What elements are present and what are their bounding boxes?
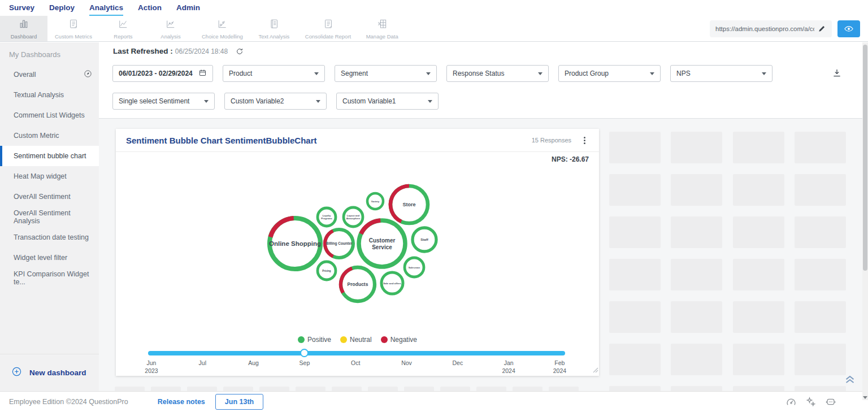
download-icon[interactable] xyxy=(832,68,842,80)
timeline-slider[interactable] xyxy=(148,351,565,355)
sparkles-icon[interactable] xyxy=(805,396,817,407)
widget-placeholder xyxy=(609,259,661,290)
responses-count[interactable]: 15 Responses xyxy=(532,137,571,144)
widget-placeholder xyxy=(549,387,579,391)
bubble-staff[interactable]: Staff xyxy=(413,228,436,251)
legend-dot-negative xyxy=(381,336,388,343)
bubble-label: LoyaltyPrograms xyxy=(321,214,332,220)
widget-placeholder xyxy=(671,259,722,290)
bubble-variety[interactable]: Variety xyxy=(367,193,383,209)
legend-item-neutral[interactable]: Neutral xyxy=(340,336,372,344)
widget-placeholder xyxy=(795,386,846,391)
filter-dropdown-response-status[interactable]: Response Status xyxy=(446,65,549,82)
date-range-filter[interactable]: 06/01/2023 - 02/29/2024 xyxy=(112,65,213,82)
nav-item-survey[interactable]: Survey xyxy=(9,0,34,16)
widget-placeholder xyxy=(476,387,506,391)
kebab-menu-icon[interactable] xyxy=(580,136,589,145)
sidebar-item-widget-level-filter[interactable]: Widget level filter xyxy=(0,248,99,268)
toolbar-item-manage-data[interactable]: Manage Data xyxy=(358,16,406,41)
nav-item-action[interactable]: Action xyxy=(138,0,162,16)
pencil-icon[interactable] xyxy=(818,24,826,33)
sidebar-item-transaction-date-testing[interactable]: Transaction date testing xyxy=(0,227,99,248)
widget-placeholder xyxy=(795,174,846,206)
bubble-pricing[interactable]: Pricing xyxy=(318,262,336,280)
sidebar-item-overall-sentiment[interactable]: OverAll Sentiment xyxy=(0,187,99,207)
sidebar-item-kpi-comparison-widget-te[interactable]: KPI Comparison Widget te... xyxy=(0,268,99,288)
caret-down-icon xyxy=(650,72,654,75)
filter-dropdown-custom-variable2[interactable]: Custom Variable2 xyxy=(224,93,327,110)
toolbar-item-analysis[interactable]: Analysis xyxy=(147,16,194,41)
bubble-layout-and-atmosphere[interactable]: Layout andAtmosphere xyxy=(344,207,363,227)
chatbot-icon[interactable] xyxy=(825,396,836,407)
toolbar-item-reports[interactable]: Reports xyxy=(99,16,147,41)
release-date-button[interactable]: Jun 13th xyxy=(215,394,263,410)
bubble-label: Layout andAtmosphere xyxy=(346,214,361,220)
bubble-online-shopping[interactable]: Online Shopping xyxy=(264,212,326,275)
nav-item-deploy[interactable]: Deploy xyxy=(49,0,75,16)
nav-item-analytics[interactable]: Analytics xyxy=(89,0,123,16)
nav-item-admin[interactable]: Admin xyxy=(176,0,200,16)
legend-item-positive[interactable]: Positive xyxy=(298,336,331,344)
globe-icon[interactable] xyxy=(84,70,92,80)
new-dashboard-button[interactable]: New dashboard xyxy=(0,354,99,391)
chart-legend: PositiveNeutralNegative xyxy=(116,336,599,344)
bubble-products[interactable]: Products xyxy=(335,261,381,307)
sidebar-item-custom-metric[interactable]: Custom Metric xyxy=(0,125,99,146)
sidebar-title: My Dashboards xyxy=(0,42,99,64)
widget-header: Sentiment Bubble Chart SentimentBubbleCh… xyxy=(116,129,599,152)
bubble-salesman[interactable]: Salesman xyxy=(405,258,424,277)
filter-dropdown-segment[interactable]: Segment xyxy=(335,65,437,82)
bubble-label: Salesman xyxy=(409,266,420,269)
toolbar-item-custom-metrics[interactable]: Custom Metrics xyxy=(47,16,99,41)
legend-dot-neutral xyxy=(340,336,347,343)
sidebar-item-textual-analysis[interactable]: Textual Analysis xyxy=(0,85,99,105)
sidebar-item-overall[interactable]: Overall xyxy=(0,64,99,85)
filter-dropdown-nps[interactable]: NPS xyxy=(670,65,772,82)
sidebar-item-comment-list-widgets[interactable]: Comment List Widgets xyxy=(0,105,99,125)
preview-button[interactable] xyxy=(837,20,860,37)
widget-placeholder xyxy=(609,174,661,206)
timeline-slider-handle[interactable] xyxy=(300,349,309,357)
widget-placeholder xyxy=(733,132,784,163)
date-range-value: 06/01/2023 - 02/29/2024 xyxy=(119,70,193,77)
widget-placeholder xyxy=(795,344,846,375)
caret-down-icon xyxy=(204,100,209,103)
gauge-icon[interactable] xyxy=(785,396,797,407)
sidebar-item-heat-map-widget[interactable]: Heat Map widget xyxy=(0,166,99,187)
release-notes-link[interactable]: Release notes xyxy=(158,398,205,406)
double-chevron-up-icon[interactable] xyxy=(844,374,856,388)
filter-dropdown-custom-variable1[interactable]: Custom Variable1 xyxy=(336,93,439,110)
vertical-scrollbar[interactable] xyxy=(862,42,868,400)
legend-dot-positive xyxy=(298,336,305,343)
toolbar-item-consolidate-report[interactable]: Consolidate Report xyxy=(298,16,358,41)
widget-placeholder xyxy=(671,132,722,163)
filter-dropdown-product[interactable]: Product xyxy=(223,65,325,82)
widget-resize-handle[interactable] xyxy=(593,365,598,375)
widget-placeholder xyxy=(733,344,784,375)
scrollbar-thumb[interactable] xyxy=(863,45,867,271)
bubble-billing-counter[interactable]: Billing Counter xyxy=(320,225,358,262)
axis-label-nov: Nov xyxy=(393,359,420,367)
legend-item-negative[interactable]: Negative xyxy=(381,336,417,344)
widget-placeholder xyxy=(733,301,784,333)
bubble-loyalty-programs[interactable]: LoyaltyPrograms xyxy=(318,208,336,226)
line-chart-icon xyxy=(118,18,129,32)
scrollbar-down-arrow[interactable] xyxy=(863,396,867,399)
toolbar-item-choice-modelling[interactable]: Choice Modelling xyxy=(194,16,250,41)
toolbar-item-text-analysis[interactable]: Text Analysis xyxy=(250,16,298,41)
sentiment-bubble-chart-widget: Sentiment Bubble Chart SentimentBubbleCh… xyxy=(116,129,599,376)
widget-placeholder xyxy=(223,387,253,391)
dashboard-url-field[interactable]: https://admin.questionpro.com/a/co xyxy=(710,20,832,37)
sidebar-item-sentiment-bubble-chart[interactable]: Sentiment bubble chart xyxy=(0,146,99,166)
filter-dropdown-single-select-sentiment[interactable]: Single select Sentiment xyxy=(112,93,215,110)
bubble-sale-and-offers[interactable]: Sale and offers xyxy=(381,272,403,294)
widget-placeholder xyxy=(115,387,145,391)
axis-label-sep: Sep xyxy=(291,359,318,367)
dashboard-url-text: https://admin.questionpro.com/a/co xyxy=(715,25,814,32)
filter-dropdown-product-group[interactable]: Product Group xyxy=(558,65,661,82)
refresh-icon[interactable] xyxy=(236,47,244,55)
plus-circle-icon xyxy=(11,366,22,379)
sidebar-item-overall-sentiment-analysis[interactable]: OverAll Sentiment Analysis xyxy=(0,207,99,227)
toolbar-item-dashboard[interactable]: Dashboard xyxy=(0,16,47,41)
caret-down-icon xyxy=(428,100,432,103)
